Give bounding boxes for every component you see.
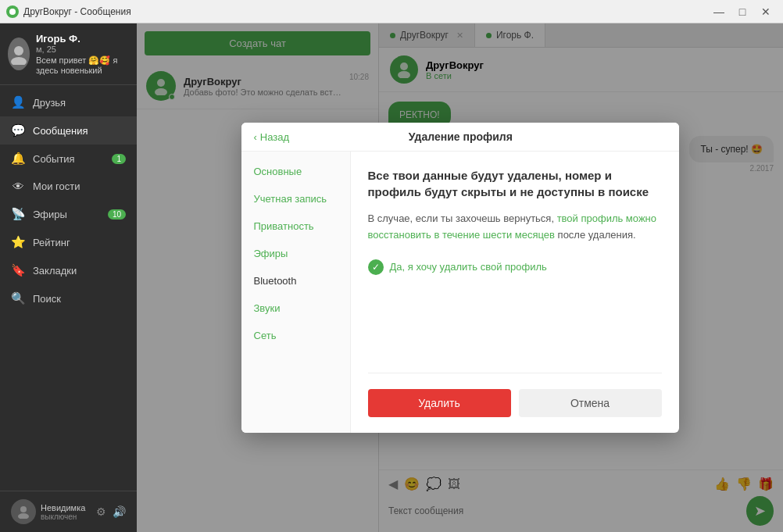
sidebar-item-rating[interactable]: ⭐ Рейтинг [0,228,137,256]
close-button[interactable]: ✕ [755,4,777,20]
bottom-icons: ⚙ 🔊 [96,505,126,518]
bookmarks-icon: 🔖 [11,263,25,277]
main-content: Создать чат ДругВокруг Добавь фото! Это … [137,23,783,532]
checkbox-icon: ✓ [368,259,384,275]
app-body: Игорь Ф. м, 25 Всем привет 🤗🥰 я здесь но… [0,23,783,532]
sidebar-item-label: Мои гости [33,180,80,192]
modal-body: Основные Учетная запись Приватность Эфир… [241,152,679,433]
settings-icon[interactable]: ⚙ [96,505,106,518]
cancel-button[interactable]: Отмена [519,389,662,417]
maximize-button[interactable]: □ [731,4,753,20]
modal-description: В случае, если ты захочешь вернуться, тв… [368,211,662,244]
sidebar-item-guests[interactable]: 👁 Мои гости [0,173,137,200]
profile-name: Игорь Ф. [36,33,129,45]
chevron-left-icon: ‹ [254,131,257,143]
modal-header: ‹ Назад Удаление профиля [241,123,679,152]
modal-nav-sounds[interactable]: Звуки [241,295,350,322]
events-badge: 1 [112,154,126,164]
events-icon: 🔔 [11,152,25,166]
sidebar-item-label: Рейтинг [33,237,70,248]
broadcasts-icon: 📡 [11,207,25,221]
modal-content: Все твои данные будут удалены, номер и п… [351,152,679,433]
friends-icon: 👤 [11,95,25,109]
search-icon: 🔍 [11,291,25,305]
modal-actions: Удалить Отмена [368,373,662,417]
sidebar-item-messages[interactable]: 💬 Сообщения [0,116,137,145]
sidebar-item-label: События [33,153,75,165]
modal-nav-network[interactable]: Сеть [241,322,350,349]
bottom-avatar [11,499,36,524]
svg-point-1 [11,57,27,65]
modal-back-button[interactable]: ‹ Назад [254,131,290,143]
sidebar-item-events[interactable]: 🔔 События 1 [0,145,137,173]
sidebar-bottom-left: Невидимка выключен [11,499,85,524]
profile-info: Игорь Ф. м, 25 Всем привет 🤗🥰 я здесь но… [36,33,129,75]
sidebar-nav: 👤 Друзья 💬 Сообщения 🔔 События 1 👁 Мои г… [0,85,137,491]
checkbox-label: Да, я хочу удалить свой профиль [390,261,547,273]
svg-point-3 [18,513,29,519]
modal-title: Удаление профиля [302,130,619,143]
sidebar-item-label: Поиск [33,293,61,305]
modal-nav-broadcasts[interactable]: Эфиры [241,240,350,267]
svg-point-2 [20,506,27,512]
sidebar-bottom: Невидимка выключен ⚙ 🔊 [0,491,137,532]
sidebar-item-search[interactable]: 🔍 Поиск [0,284,137,312]
minimize-button[interactable]: — [708,4,730,20]
sidebar-profile: Игорь Ф. м, 25 Всем привет 🤗🥰 я здесь но… [0,23,137,85]
profile-sub: м, 25 [36,45,129,54]
bottom-name: Невидимка [41,503,85,512]
delete-button[interactable]: Удалить [368,389,511,417]
sidebar-item-bookmarks[interactable]: 🔖 Закладки [0,256,137,284]
modal-sidebar: Основные Учетная запись Приватность Эфир… [241,152,351,433]
volume-icon[interactable]: 🔊 [113,505,126,518]
svg-point-0 [14,46,23,55]
bottom-status: выключен [41,512,85,521]
title-bar: ДругВокруг - Сообщения — □ ✕ [0,0,783,23]
title-bar-controls: — □ ✕ [708,4,777,20]
sidebar-item-label: Сообщения [33,125,88,137]
guests-icon: 👁 [11,180,25,193]
modal-main-title: Все твои данные будут удалены, номер и п… [368,167,662,200]
sidebar-item-label: Друзья [33,97,66,109]
delete-profile-modal: ‹ Назад Удаление профиля Основные Учетна… [241,123,679,433]
sidebar: Игорь Ф. м, 25 Всем привет 🤗🥰 я здесь но… [0,23,137,532]
title-bar-left: ДругВокруг - Сообщения [6,5,131,18]
sidebar-item-friends[interactable]: 👤 Друзья [0,88,137,116]
modal-checkbox-row[interactable]: ✓ Да, я хочу удалить свой профиль [368,259,662,275]
modal-overlay: ‹ Назад Удаление профиля Основные Учетна… [137,23,783,532]
title-bar-title: ДругВокруг - Сообщения [23,6,131,17]
app-icon [6,5,19,18]
avatar [8,37,30,70]
modal-nav-account[interactable]: Учетная запись [241,185,350,212]
sidebar-item-broadcasts[interactable]: 📡 Эфиры 10 [0,200,137,228]
messages-icon: 💬 [11,123,25,137]
profile-status: Всем привет 🤗🥰 я здесь новенький [36,55,129,75]
modal-nav-bluetooth[interactable]: Bluetooth [241,267,350,295]
rating-icon: ⭐ [11,235,25,249]
modal-nav-osnovnye[interactable]: Основные [241,158,350,185]
bottom-profile-info: Невидимка выключен [41,503,85,521]
sidebar-item-label: Закладки [33,265,77,277]
modal-nav-privacy[interactable]: Приватность [241,212,350,240]
sidebar-item-label: Эфиры [33,209,67,220]
broadcasts-badge: 10 [108,209,126,220]
